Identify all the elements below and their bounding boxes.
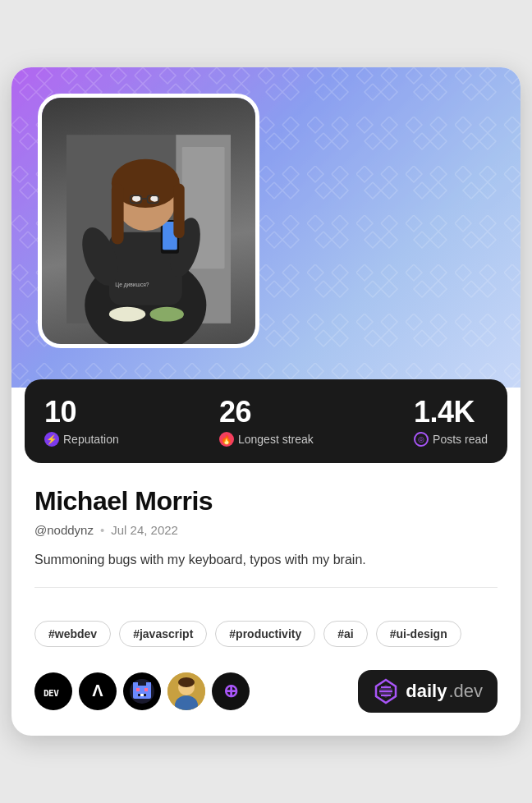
streak-icon: 🔥 <box>219 432 234 447</box>
brand-name: daily <box>406 681 447 702</box>
brand-logo-text: daily .dev <box>406 681 483 702</box>
profile-join-date: Jul 24, 2022 <box>111 523 178 537</box>
streak-value: 26 <box>219 397 314 427</box>
tag-ui-design[interactable]: #ui-design <box>376 621 461 647</box>
streak-text: Longest streak <box>238 433 314 446</box>
avatar: Це дивишся? <box>38 94 259 348</box>
posts-text: Posts read <box>433 433 488 446</box>
svg-rect-31 <box>138 694 140 696</box>
source-icon-fcc[interactable]: Λ <box>79 672 117 710</box>
stats-bar: 10 ⚡ Reputation 26 🔥 Longest streak 1.4K… <box>25 379 507 463</box>
svg-rect-13 <box>112 184 124 245</box>
reputation-value: 10 <box>44 397 119 427</box>
svg-rect-14 <box>173 184 184 239</box>
stat-posts: 1.4K ◎ Posts read <box>414 397 488 447</box>
streak-label: 🔥 Longest streak <box>219 432 314 447</box>
source-icon-pixel[interactable] <box>123 672 161 710</box>
svg-point-15 <box>132 195 140 201</box>
svg-rect-27 <box>133 686 151 699</box>
tags-container: #webdev #javascript #productivity #ai #u… <box>11 621 521 647</box>
svg-text:Це дивишся?: Це дивишся? <box>115 282 149 288</box>
source-icons: DEV Λ <box>34 672 250 710</box>
svg-text:DEV: DEV <box>44 688 59 699</box>
profile-card: Це дивишся? 10 ⚡ Reputation 26 🔥 Longest… <box>11 67 521 736</box>
profile-meta: @noddynz • Jul 24, 2022 <box>34 523 498 537</box>
svg-rect-32 <box>144 694 146 696</box>
profile-handle: @noddynz <box>34 523 94 537</box>
source-icon-target[interactable]: ⊕ <box>212 672 250 710</box>
card-footer: DEV Λ <box>11 670 521 736</box>
banner: Це дивишся? <box>11 67 521 388</box>
stat-streak: 26 🔥 Longest streak <box>219 397 314 447</box>
divider <box>34 587 498 588</box>
source-icon-dev[interactable]: DEV <box>34 672 72 710</box>
svg-rect-28 <box>136 688 140 691</box>
reputation-icon: ⚡ <box>44 432 59 447</box>
posts-icon: ◎ <box>414 432 429 447</box>
tag-productivity[interactable]: #productivity <box>215 621 315 647</box>
daily-dev-logo-icon <box>373 678 399 704</box>
profile-name: Michael Morris <box>34 486 498 516</box>
posts-label: ◎ Posts read <box>414 432 488 447</box>
svg-point-35 <box>178 677 195 687</box>
reputation-text: Reputation <box>63 433 119 446</box>
source-icon-avatar[interactable] <box>167 672 205 710</box>
avatar-image: Це дивишся? <box>42 98 255 344</box>
svg-point-20 <box>109 307 145 322</box>
tag-javascript[interactable]: #javascript <box>119 621 207 647</box>
tag-webdev[interactable]: #webdev <box>34 621 111 647</box>
stat-reputation: 10 ⚡ Reputation <box>44 397 119 447</box>
svg-point-21 <box>149 307 183 322</box>
profile-info: Michael Morris @noddynz • Jul 24, 2022 S… <box>11 463 521 621</box>
profile-dot: • <box>100 523 104 537</box>
reputation-label: ⚡ Reputation <box>44 432 119 447</box>
tag-ai[interactable]: #ai <box>323 621 367 647</box>
brand-logo: daily .dev <box>358 670 498 713</box>
brand-suffix: .dev <box>448 681 483 702</box>
posts-value: 1.4K <box>414 397 488 427</box>
profile-bio: Summoning bugs with my keyboard, typos w… <box>34 550 498 571</box>
svg-rect-29 <box>144 688 148 691</box>
